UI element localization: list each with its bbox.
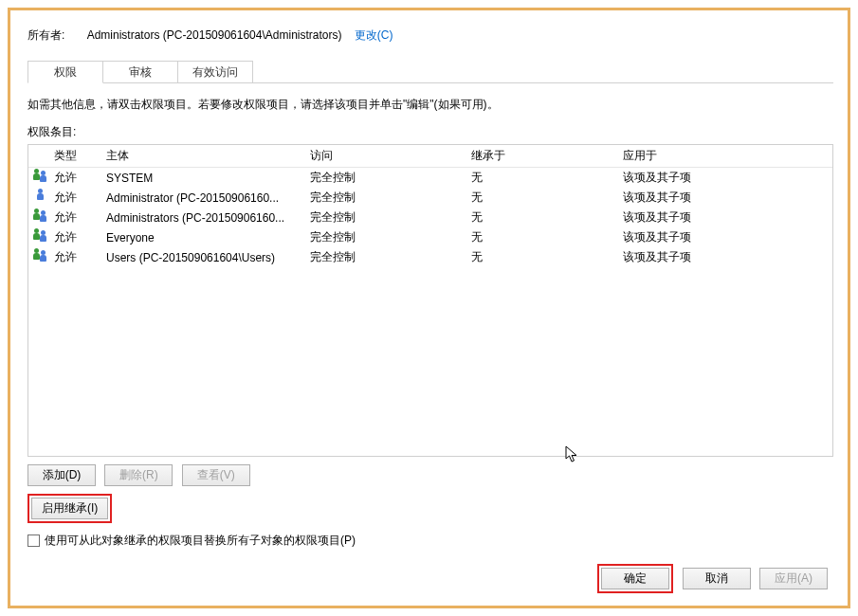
col-type-header[interactable]: 类型 <box>54 148 106 164</box>
entry-buttons-row: 添加(D) 删除(R) 查看(V) <box>27 464 833 486</box>
user-icon <box>33 189 48 204</box>
apply-button[interactable]: 应用(A) <box>759 568 828 589</box>
cell-principal: Administrators (PC-20150906160... <box>106 211 310 225</box>
instructions-text: 如需其他信息，请双击权限项目。若要修改权限项目，请选择该项目并单击"编辑"(如果… <box>27 97 833 113</box>
permission-entries-table[interactable]: 类型 主体 访问 继承于 应用于 允许SYSTEM完全控制无该项及其子项允许Ad… <box>27 144 833 457</box>
cell-access: 完全控制 <box>310 209 471 226</box>
inheritance-buttons-row: 启用继承(I) <box>27 494 833 523</box>
owner-row: 所有者: Administrators (PC-201509061604\Adm… <box>27 27 833 44</box>
cell-inherited: 无 <box>471 190 623 206</box>
tab-strip: 权限 审核 有效访问 <box>27 61 833 83</box>
table-header: 类型 主体 访问 继承于 应用于 <box>28 145 832 168</box>
cell-applies: 该项及其子项 <box>623 170 832 186</box>
col-inherited-header[interactable]: 继承于 <box>471 148 623 164</box>
cell-type: 允许 <box>54 249 106 265</box>
principal-type-icon <box>33 169 54 187</box>
principal-type-icon <box>33 228 54 246</box>
highlight-box-inheritance: 启用继承(I) <box>27 494 112 523</box>
cell-applies: 该项及其子项 <box>623 249 832 265</box>
cell-access: 完全控制 <box>310 249 471 265</box>
cell-inherited: 无 <box>471 229 623 245</box>
tab-permissions[interactable]: 权限 <box>27 61 103 83</box>
cell-type: 允许 <box>54 190 106 206</box>
ok-button[interactable]: 确定 <box>601 568 669 589</box>
owner-value: Administrators (PC-201509061604\Administ… <box>87 28 342 42</box>
remove-button[interactable]: 删除(R) <box>104 464 173 486</box>
col-applies-header[interactable]: 应用于 <box>623 148 832 164</box>
cell-access: 完全控制 <box>310 190 471 206</box>
cell-applies: 该项及其子项 <box>623 229 832 245</box>
cell-type: 允许 <box>54 229 106 245</box>
table-row[interactable]: 允许Administrators (PC-20150906160...完全控制无… <box>28 208 832 227</box>
cell-applies: 该项及其子项 <box>623 190 832 206</box>
table-row[interactable]: 允许SYSTEM完全控制无该项及其子项 <box>28 168 832 188</box>
group-icon <box>33 248 48 263</box>
tab-auditing[interactable]: 审核 <box>102 61 178 83</box>
cell-principal: Administrator (PC-20150906160... <box>106 191 310 205</box>
permission-entries-label: 权限条目: <box>27 124 833 140</box>
col-access-header[interactable]: 访问 <box>310 148 471 164</box>
cell-principal: Everyone <box>106 231 310 245</box>
col-principal-header[interactable]: 主体 <box>106 148 310 164</box>
cell-inherited: 无 <box>471 249 623 265</box>
highlight-box-ok: 确定 <box>597 564 673 593</box>
cell-access: 完全控制 <box>310 170 471 186</box>
cell-principal: SYSTEM <box>106 172 310 185</box>
principal-type-icon <box>33 189 54 207</box>
view-button[interactable]: 查看(V) <box>182 464 250 486</box>
replace-children-checkbox-row[interactable]: 使用可从此对象继承的权限项目替换所有子对象的权限项目(P) <box>27 533 833 549</box>
cell-type: 允许 <box>54 170 106 186</box>
table-row[interactable]: 允许Users (PC-201509061604\Users)完全控制无该项及其… <box>28 247 832 267</box>
principal-type-icon <box>33 208 54 226</box>
principal-type-icon <box>33 248 54 266</box>
add-button[interactable]: 添加(D) <box>27 464 96 486</box>
change-owner-link[interactable]: 更改(C) <box>355 28 393 42</box>
dialog-buttons: 确定 取消 应用(A) <box>597 564 833 593</box>
cancel-button[interactable]: 取消 <box>683 568 751 589</box>
replace-children-checkbox[interactable] <box>27 534 40 547</box>
group-icon <box>33 169 48 184</box>
table-row[interactable]: 允许Everyone完全控制无该项及其子项 <box>28 227 832 247</box>
cell-inherited: 无 <box>471 209 623 226</box>
tab-effective-access[interactable]: 有效访问 <box>177 61 253 83</box>
owner-label: 所有者: <box>27 27 64 44</box>
group-icon <box>33 228 48 244</box>
cell-access: 完全控制 <box>310 229 471 245</box>
replace-children-checkbox-label: 使用可从此对象继承的权限项目替换所有子对象的权限项目(P) <box>45 533 356 549</box>
cell-inherited: 无 <box>471 170 623 186</box>
table-row[interactable]: 允许Administrator (PC-20150906160...完全控制无该… <box>28 188 832 208</box>
group-icon <box>33 208 48 224</box>
cell-principal: Users (PC-201509061604\Users) <box>106 251 310 264</box>
advanced-security-dialog: 所有者: Administrators (PC-201509061604\Adm… <box>8 8 850 608</box>
cell-type: 允许 <box>54 209 106 226</box>
cell-applies: 该项及其子项 <box>623 209 832 226</box>
enable-inheritance-button[interactable]: 启用继承(I) <box>31 498 108 519</box>
